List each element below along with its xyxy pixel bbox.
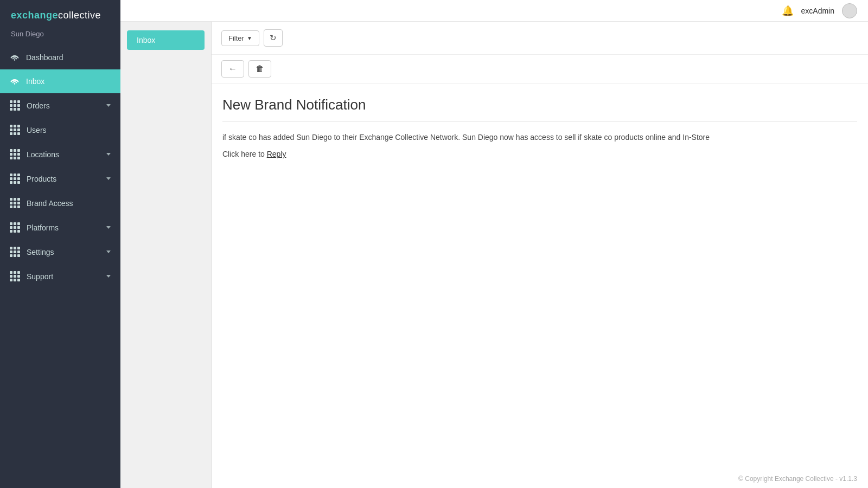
topbar: 🔔 excAdmin: [120, 0, 868, 22]
sidebar-item-products-label: Products: [27, 175, 100, 183]
back-arrow-icon: ←: [228, 64, 237, 73]
copyright-text: © Copyright Exchange Collective - v1.1.3: [738, 475, 857, 483]
wifi-icon-inbox: [10, 76, 20, 86]
notification-bell-icon[interactable]: 🔔: [782, 5, 794, 17]
inbox-panel: Inbox: [120, 22, 212, 488]
inbox-button[interactable]: Inbox: [127, 30, 205, 50]
sidebar-item-locations[interactable]: Locations: [0, 142, 120, 166]
sidebar: exchangecollective Sun Diego Dashboard I…: [0, 0, 120, 488]
grid-icon-users: [10, 125, 20, 135]
sidebar-item-users-label: Users: [27, 126, 111, 134]
sidebar-item-brand-access-label: Brand Access: [27, 199, 111, 208]
logo-text-bold: collective: [58, 10, 101, 21]
grid-icon-platforms: [10, 222, 20, 233]
sidebar-item-support-label: Support: [27, 272, 100, 281]
grid-icon-locations: [10, 149, 20, 159]
message-content: New Brand Notification if skate co has a…: [212, 84, 868, 488]
sidebar-item-settings[interactable]: Settings: [0, 240, 120, 264]
content-area: Inbox Filter ▼ ↻ ← 🗑 New Brand Notificat…: [120, 22, 868, 488]
chevron-down-icon: ▼: [247, 35, 252, 41]
sidebar-item-dashboard[interactable]: Dashboard: [0, 46, 120, 69]
chevron-down-icon: [106, 226, 111, 229]
grid-icon-brand-access: [10, 198, 20, 208]
grid-icon-settings: [10, 247, 20, 257]
trash-icon: 🗑: [256, 64, 264, 73]
sidebar-nav: Dashboard Inbox Orders: [0, 46, 120, 488]
wifi-icon: [10, 53, 20, 62]
message-title: New Brand Notification: [222, 97, 857, 113]
footer: © Copyright Exchange Collective - v1.1.3: [738, 475, 857, 483]
message-toolbar: Filter ▼ ↻: [212, 22, 868, 55]
sidebar-item-brand-access[interactable]: Brand Access: [0, 191, 120, 215]
user-avatar[interactable]: [842, 3, 857, 18]
delete-button[interactable]: 🗑: [248, 60, 271, 78]
chevron-down-icon: [106, 104, 111, 107]
reply-prefix: Click here to: [222, 150, 267, 158]
app-logo: exchangecollective: [0, 0, 120, 28]
chevron-down-icon: [106, 251, 111, 253]
sidebar-item-orders-label: Orders: [27, 101, 100, 110]
message-actions: ← 🗑: [212, 55, 868, 84]
refresh-button[interactable]: ↻: [264, 29, 283, 47]
back-button[interactable]: ←: [221, 60, 244, 78]
message-panel: Filter ▼ ↻ ← 🗑 New Brand Notification if…: [212, 22, 868, 488]
sidebar-item-products[interactable]: Products: [0, 166, 120, 191]
message-body: if skate co has added Sun Diego to their…: [222, 131, 857, 143]
grid-icon-support: [10, 271, 20, 281]
sidebar-item-platforms-label: Platforms: [27, 223, 100, 232]
sidebar-item-dashboard-label: Dashboard: [26, 53, 111, 62]
message-divider: [222, 121, 857, 121]
location-label: Sun Diego: [0, 28, 120, 46]
sidebar-item-users[interactable]: Users: [0, 118, 120, 142]
filter-label: Filter: [228, 34, 244, 42]
chevron-down-icon: [106, 153, 111, 156]
logo-text-light: exchange: [11, 10, 58, 21]
sidebar-item-inbox-label: Inbox: [26, 77, 111, 86]
sidebar-item-platforms[interactable]: Platforms: [0, 215, 120, 240]
grid-icon-products: [10, 174, 20, 184]
grid-icon-orders: [10, 100, 20, 111]
sidebar-item-orders[interactable]: Orders: [0, 93, 120, 118]
chevron-down-icon: [106, 177, 111, 180]
filter-button[interactable]: Filter ▼: [221, 30, 259, 46]
reply-link[interactable]: Reply: [267, 150, 286, 158]
message-reply-line: Click here to Reply: [222, 150, 857, 158]
refresh-icon: ↻: [270, 33, 277, 43]
topbar-username[interactable]: excAdmin: [801, 7, 834, 15]
chevron-down-icon: [106, 275, 111, 278]
sidebar-item-settings-label: Settings: [27, 248, 100, 256]
sidebar-item-inbox[interactable]: Inbox: [0, 69, 120, 93]
sidebar-item-support[interactable]: Support: [0, 264, 120, 288]
sidebar-item-locations-label: Locations: [27, 150, 100, 159]
